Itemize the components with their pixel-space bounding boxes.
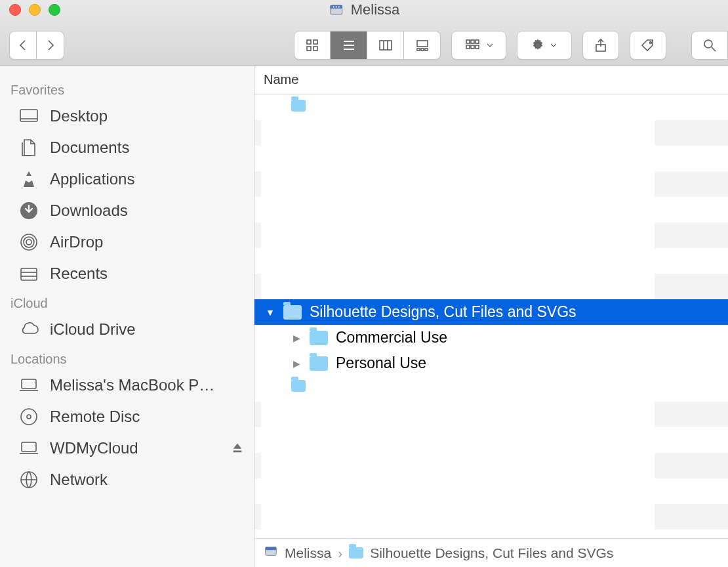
view-icon-button[interactable] <box>294 31 331 60</box>
disclosure-triangle-icon[interactable]: ▶ <box>291 359 302 368</box>
downloads-icon <box>18 200 39 221</box>
titlebar: Melissa <box>0 0 728 66</box>
view-column-button[interactable] <box>367 31 404 60</box>
main: Favorites Desktop Documents Applications… <box>0 66 728 567</box>
svg-point-3 <box>336 7 337 8</box>
folder-icon <box>291 380 306 392</box>
file-row-selected[interactable]: ▼ Silhouette Designs, Cut Files and SVGs <box>254 299 728 325</box>
sidebar-section-header-favorites: Favorites <box>0 76 254 100</box>
view-switcher <box>294 31 441 60</box>
file-list[interactable]: ▼ Silhouette Designs, Cut Files and SVGs… <box>254 94 728 538</box>
disclosure-triangle-icon[interactable]: ▶ <box>291 333 302 343</box>
applications-icon <box>18 169 39 190</box>
sidebar-item-label: Melissa's MacBook P… <box>50 376 214 394</box>
sidebar-item-label: Network <box>50 471 108 489</box>
folder-icon <box>283 305 302 320</box>
window-title: Melissa <box>329 1 400 18</box>
sidebar-item-label: Downloads <box>50 201 128 220</box>
file-row[interactable]: ▶ Personal Use <box>254 350 728 376</box>
eject-icon[interactable] <box>232 439 243 457</box>
laptop-icon <box>18 375 39 396</box>
folder-icon <box>291 100 306 112</box>
search-button[interactable] <box>691 31 728 60</box>
sidebar-item-desktop[interactable]: Desktop <box>0 100 254 132</box>
sidebar-section-header-locations: Locations <box>0 345 254 369</box>
sidebar-section-header-icloud: iCloud <box>0 289 254 314</box>
sidebar-item-label: Applications <box>50 170 134 188</box>
airdrop-icon <box>18 232 39 253</box>
sidebar-item-remote-disc[interactable]: Remote Disc <box>0 401 254 432</box>
svg-line-26 <box>712 47 716 51</box>
forward-button[interactable] <box>37 31 64 60</box>
back-button[interactable] <box>9 31 37 60</box>
zoom-window-button[interactable] <box>49 4 60 16</box>
external-drive-icon <box>18 438 39 459</box>
svg-rect-27 <box>20 110 37 121</box>
svg-rect-8 <box>313 47 317 51</box>
sidebar-item-applications[interactable]: Applications <box>0 163 254 195</box>
svg-rect-6 <box>313 40 317 44</box>
sidebar-item-this-mac[interactable]: Melissa's MacBook P… <box>0 369 254 401</box>
arrange-button[interactable] <box>451 31 506 60</box>
svg-rect-16 <box>466 40 470 43</box>
list-row-empty <box>254 146 728 171</box>
sidebar-item-label: Desktop <box>50 107 108 125</box>
view-gallery-button[interactable] <box>404 31 441 60</box>
file-name: Silhouette Designs, Cut Files and SVGs <box>310 303 576 321</box>
view-list-button[interactable] <box>331 31 367 60</box>
folder-icon <box>349 547 363 558</box>
sidebar-item-airdrop[interactable]: AirDrop <box>0 226 254 258</box>
folder-icon <box>310 356 328 371</box>
file-row[interactable]: ▶ Commercial Use <box>254 325 728 350</box>
svg-rect-21 <box>475 45 479 49</box>
window-controls <box>9 4 60 16</box>
column-header-name[interactable]: Name <box>254 66 728 94</box>
sidebar-item-recents[interactable]: Recents <box>0 258 254 289</box>
nav-buttons <box>9 31 64 60</box>
sidebar-item-label: Remote Disc <box>50 408 140 426</box>
path-segment[interactable]: Melissa <box>285 545 331 561</box>
list-row-empty <box>254 453 728 478</box>
list-row-empty <box>254 197 728 222</box>
sidebar-item-wdmycloud[interactable]: WDMyCloud <box>0 432 254 464</box>
tags-button[interactable] <box>630 31 666 60</box>
list-row-empty <box>254 274 728 299</box>
svg-rect-44 <box>266 547 277 551</box>
sidebar-item-network[interactable]: Network <box>0 464 254 495</box>
window-title-text: Melissa <box>351 1 400 18</box>
content: Name ▼ Silhouette Designs, Cut Files and… <box>254 66 728 567</box>
svg-rect-14 <box>421 49 424 51</box>
sidebar-item-downloads[interactable]: Downloads <box>0 195 254 226</box>
column-header-label: Name <box>264 72 298 87</box>
file-name: Commercial Use <box>336 329 447 346</box>
share-button[interactable] <box>582 31 619 60</box>
disclosure-triangle-open-icon[interactable]: ▼ <box>265 308 275 317</box>
svg-point-39 <box>27 415 31 419</box>
recents-icon <box>18 263 39 284</box>
sidebar-item-label: WDMyCloud <box>50 439 138 457</box>
list-row-empty <box>254 171 728 197</box>
svg-rect-36 <box>22 379 36 388</box>
svg-rect-19 <box>466 45 470 49</box>
close-window-button[interactable] <box>9 4 21 16</box>
list-row-empty <box>254 120 728 146</box>
list-row-empty <box>254 427 728 453</box>
svg-point-24 <box>650 42 652 44</box>
sidebar: Favorites Desktop Documents Applications… <box>0 66 254 567</box>
svg-rect-17 <box>471 40 474 43</box>
sidebar-item-label: AirDrop <box>50 233 103 251</box>
chevron-right-icon: › <box>338 545 342 561</box>
disc-icon <box>18 406 39 427</box>
sidebar-item-label: Recents <box>50 264 108 283</box>
sidebar-item-icloud-drive[interactable]: iCloud Drive <box>0 314 254 345</box>
path-segment[interactable]: Silhouette Designs, Cut Files and SVGs <box>370 545 613 561</box>
minimize-window-button[interactable] <box>29 4 41 16</box>
sidebar-item-documents[interactable]: Documents <box>0 132 254 163</box>
server-icon <box>329 2 344 18</box>
svg-point-30 <box>26 240 31 245</box>
action-menu-button[interactable] <box>517 31 572 60</box>
svg-rect-40 <box>22 442 36 452</box>
svg-rect-33 <box>21 268 37 280</box>
svg-rect-20 <box>471 45 474 49</box>
toolbar <box>9 31 728 60</box>
